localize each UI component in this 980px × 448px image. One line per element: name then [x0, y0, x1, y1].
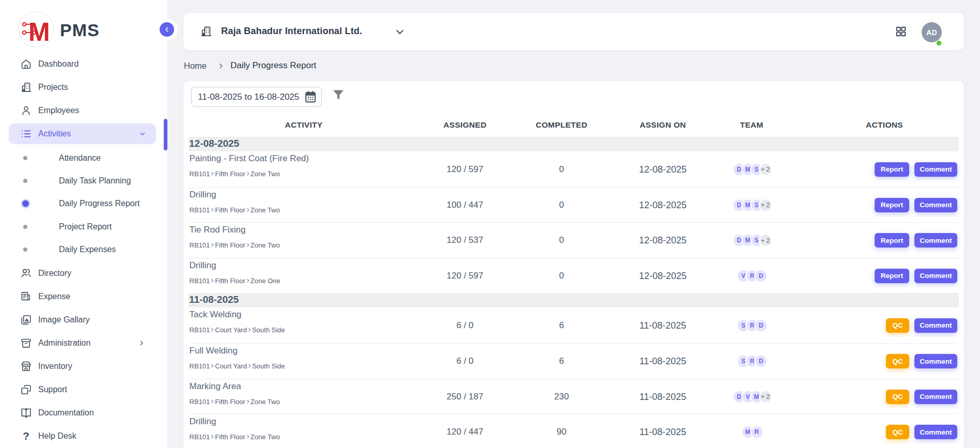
svg-text:M: M	[28, 18, 50, 47]
